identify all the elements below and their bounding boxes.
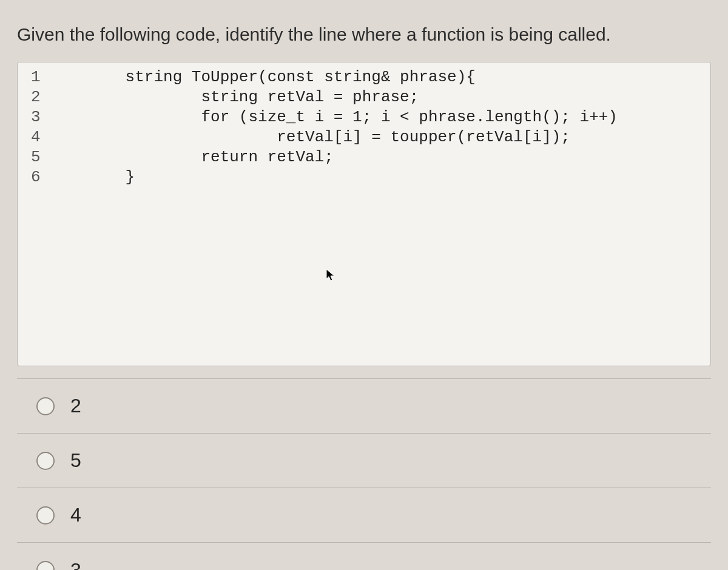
line-number: 6 [18,167,69,187]
answer-option[interactable]: 4 [17,488,711,543]
code-line: 3 for (size_t i = 1; i < phrase.length()… [18,107,710,127]
code-text: string ToUpper(const string& phrase){ [69,67,476,87]
line-number: 4 [18,127,69,147]
question-page: Given the following code, identify the l… [0,0,728,570]
radio-icon[interactable] [36,506,55,525]
radio-icon[interactable] [36,397,55,415]
option-label: 2 [70,395,81,417]
line-number: 3 [18,107,69,127]
answer-option[interactable]: 5 [17,434,711,488]
option-label: 3 [70,559,81,571]
line-number: 5 [18,147,69,167]
code-text: } [69,167,135,187]
answer-option[interactable]: 2 [17,379,711,434]
option-label: 5 [70,449,81,472]
code-block: 1 string ToUpper(const string& phrase){ … [17,62,711,366]
code-text: for (size_t i = 1; i < phrase.length(); … [69,107,618,127]
code-line: 4 retVal[i] = toupper(retVal[i]); [18,127,710,147]
code-text: retVal[i] = toupper(retVal[i]); [69,127,570,147]
code-line: 2 string retVal = phrase; [18,87,710,107]
line-number: 1 [18,67,69,87]
answer-option[interactable]: 3 [17,543,711,570]
code-line: 6 } [18,167,710,187]
radio-icon[interactable] [36,452,55,470]
option-label: 4 [70,504,81,526]
mouse-cursor-icon [326,269,335,282]
code-text: string retVal = phrase; [69,87,419,107]
code-line: 1 string ToUpper(const string& phrase){ [18,67,710,87]
line-number: 2 [18,87,69,107]
radio-icon[interactable] [36,561,55,570]
code-line: 5 return retVal; [18,147,710,167]
question-prompt: Given the following code, identify the l… [17,24,711,45]
answer-options: 2 5 4 3 [17,378,711,570]
code-text: return retVal; [69,147,334,167]
